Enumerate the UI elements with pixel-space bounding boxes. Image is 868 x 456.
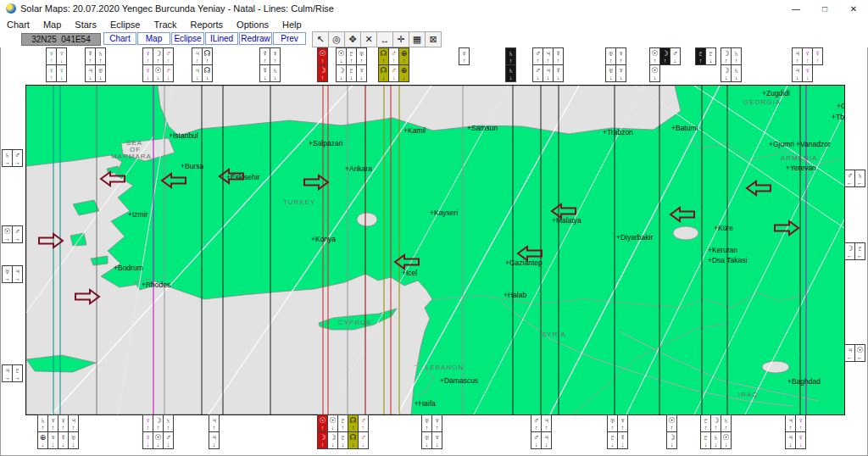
window-title: Solar Maps: 20.07.2020 Yengec Burcunda Y… (20, 3, 334, 14)
line-marker-group: ♆↑♀↑♆↓♀↓ (46, 47, 66, 81)
planet-line-marker: ♇← (854, 242, 865, 260)
planet-line-marker: ♄↓ (505, 64, 516, 82)
line-marker-group: ♄→♂→ (2, 149, 22, 166)
menu-help[interactable]: Help (275, 19, 309, 30)
minimize-button[interactable]: — (782, 0, 810, 17)
city-label: +Diyarbakir (616, 233, 653, 242)
toolbar-button-prev[interactable]: Prev (273, 32, 306, 45)
line-marker-group: ♅↑♇↓♆↑☿↓ (607, 414, 627, 448)
cut-tool[interactable]: ✕ (360, 31, 377, 47)
menu-map[interactable]: Map (36, 19, 68, 30)
line-marker-group: ☉↑☽↓ (666, 414, 676, 448)
line-marker-group: ☉↑☽↑☉↓☽↓♇↑♇↓☊↑☊↓♂↑♂↓ (317, 414, 368, 448)
grid-tool[interactable]: ▦ (409, 31, 426, 47)
city-label: +Trabzon (603, 128, 633, 136)
planet-line-marker: ♂↓ (670, 47, 681, 65)
menu-track[interactable]: Track (147, 19, 183, 30)
city-label: +Damascus (440, 376, 478, 385)
pan-tool[interactable]: ✥ (344, 31, 361, 47)
menu-eclipse[interactable]: Eclipse (103, 19, 147, 30)
city-label: +Halab (504, 291, 526, 299)
region-label: SYRIA (542, 331, 566, 338)
city-label: +Malatya (552, 216, 581, 225)
menu-reports[interactable]: Reports (184, 19, 231, 30)
map-container: SEAOFMARMARA+Istanbul+Bursa+Eskisehir+Sa… (25, 85, 845, 415)
region-label: MARMARA (111, 153, 152, 160)
line-marker-group: ♂←♄← (844, 170, 865, 186)
planet-line-marker: ♆↑ (617, 414, 628, 432)
toolbar-button-map[interactable]: Map (137, 32, 170, 45)
line-marker-group: ☿↑♃↓♄↑♅↓ (85, 47, 105, 81)
planet-line-marker: ♂→ (12, 149, 23, 167)
planet-line-marker: ♃↑ (68, 414, 79, 432)
city-label: +Yerevan (786, 164, 816, 172)
planet-line-marker: ♃↑ (209, 414, 220, 432)
solar-maps-window: Solar Maps: 20.07.2020 Yengec Burcunda Y… (0, 0, 868, 456)
planet-line-marker: ♂↓ (358, 431, 369, 449)
city-label: +Bursa (181, 162, 203, 170)
city-label: +Vanadzor (796, 140, 831, 148)
zoom-tool[interactable]: ◎ (328, 31, 345, 47)
planet-line-marker: ♅↓ (95, 64, 106, 82)
region-label: GEORGIA (743, 98, 781, 106)
lake (673, 226, 698, 240)
close-button[interactable]: ✕ (839, 0, 868, 17)
menu-options[interactable]: Options (230, 19, 275, 30)
city-label: +Icel (402, 269, 417, 277)
lake (357, 213, 377, 226)
line-marker-group: ☊↑☊↓♂↑♂↓⊕↑⊕↓ (378, 47, 409, 81)
menu-chart[interactable]: Chart (0, 19, 36, 30)
line-marker-group: ♃↑♃↓♀↑♀↓ (785, 414, 805, 448)
planet-line-marker: ♄↑ (731, 47, 742, 65)
close-tool[interactable]: ⊠ (425, 31, 442, 47)
title-bar: Solar Maps: 20.07.2020 Yengec Burcunda Y… (0, 0, 868, 17)
line-marker-group: ♅→♃→ (2, 265, 22, 282)
line-marker-group: ♄↑⊕↓♆↑♆↓♀↑☿↓♃↑♅↓ (37, 414, 78, 448)
line-marker-group: ♂↑♂↓♃↑♃↓☿↑☿↓ (532, 47, 563, 81)
planet-line-marker: ♄↑ (95, 47, 106, 65)
city-label: +Bodrum (114, 264, 143, 272)
island (70, 233, 86, 246)
line-marker-group: ♀↑ (459, 47, 469, 64)
city-label: +Küre (714, 224, 733, 232)
planet-line-marker: ♇↓ (705, 47, 716, 65)
city-label: +Haifa (415, 399, 436, 408)
city-label: +Tbilisi (832, 113, 844, 121)
city-label: +Konya (311, 235, 336, 243)
planet-line-marker: ♃↓ (209, 431, 220, 449)
planet-line-marker: ♆↓ (56, 47, 67, 65)
menu-stars[interactable]: Stars (68, 19, 103, 30)
maximize-button[interactable]: □ (810, 0, 839, 17)
city-label: +Kayseri (430, 209, 458, 217)
line-marker-group: ☉↓☽↓♇↑♇↓♅↑♆↓ (336, 47, 366, 81)
line-marker-group: ♀↑♀↓☽↑☉↓♄↑♂↓ (142, 414, 173, 448)
line-marker-group: ♃→♇→ (2, 364, 22, 381)
planet-line-marker: ♃→ (12, 265, 23, 283)
planet-line-marker: ⊕↑ (398, 47, 409, 65)
line-marker-group: ☉→♂→ (2, 225, 22, 242)
crosshair-tool[interactable]: ✛ (392, 31, 409, 47)
planet-line-marker: ☉↓ (721, 431, 732, 449)
planet-line-marker: ♆↓ (615, 64, 626, 82)
pointer-zoom-tool[interactable]: ↖ (312, 31, 329, 47)
region-label: CYPRUS (338, 319, 371, 326)
planet-line-marker: ☊↓ (202, 64, 213, 82)
lake (762, 361, 789, 373)
planet-line-marker: ♅↑ (356, 47, 367, 65)
measure-tool[interactable]: ↔ (376, 31, 393, 47)
city-label: +Dsa Takasi (708, 256, 747, 264)
planet-line-marker: ♆↑ (615, 47, 626, 65)
toolbar-button-chart[interactable]: Chart (103, 32, 136, 45)
planet-line-marker: ♄↑ (505, 47, 516, 65)
line-marker-group: ☉↑☽↑ (317, 47, 327, 81)
toolbar-button-redraw[interactable]: Redraw (239, 32, 272, 45)
planet-line-marker: ☿↑ (812, 47, 823, 65)
menu-bar: ChartMapStarsEclipseTrackReportsOptionsH… (0, 17, 868, 31)
toolbar-button-ilined[interactable]: ILined (205, 32, 238, 45)
line-marker-group: ♅↑♅↓♆↑♆↓ (421, 414, 442, 448)
map-canvas[interactable]: SEAOFMARMARA+Istanbul+Bursa+Eskisehir+Sa… (26, 86, 844, 414)
city-label: +Samsun (467, 124, 498, 132)
line-marker-group: ☉↑☉↓☽↑♂↓ (649, 47, 680, 81)
toolbar-button-eclipse[interactable]: Eclipse (171, 32, 204, 45)
planet-line-marker: ♄↑ (163, 414, 174, 432)
